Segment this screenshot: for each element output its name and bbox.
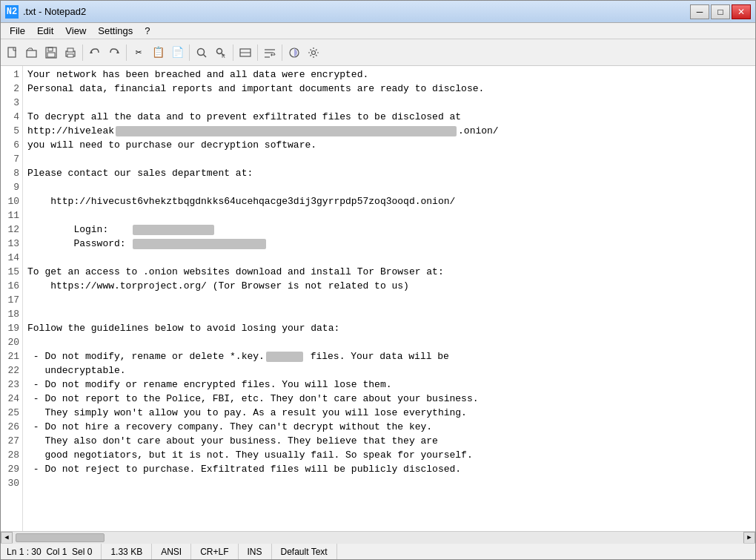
status-filesize: 1.33 KB [102, 544, 152, 559]
line-numbers: 1234567891011121314151617181920212223242… [1, 66, 23, 531]
scroll-left-button[interactable]: ◀ [1, 532, 13, 544]
line-19: Follow the guidelines below to avoid los… [27, 321, 751, 335]
settings-button[interactable] [305, 44, 322, 62]
editor-container: 1234567891011121314151617181920212223242… [1, 66, 755, 531]
minimize-button[interactable]: ─ [690, 4, 709, 19]
line-26: - Do not hire a recovery company. They c… [27, 420, 751, 434]
cut-button[interactable]: ✂ [130, 44, 147, 62]
svg-point-10 [198, 48, 205, 55]
menu-settings[interactable]: Settings [92, 24, 139, 38]
undo-button[interactable] [86, 44, 104, 62]
line-11 [27, 208, 751, 223]
status-lineending: CR+LF [191, 544, 238, 559]
scroll-right-button[interactable]: ▶ [743, 532, 755, 544]
line-10: http://hivecust6vhekztbqgdnkks64ucehqacg… [27, 194, 751, 208]
scroll-track[interactable] [13, 532, 743, 544]
line-number-27: 27 [4, 434, 19, 448]
line-number-22: 22 [4, 363, 19, 378]
line-number-1: 1 [4, 67, 19, 82]
svg-rect-1 [27, 50, 36, 57]
line-13: Password: [27, 237, 751, 251]
line-27: They also don't care about your business… [27, 434, 751, 448]
menu-view[interactable]: View [59, 24, 92, 38]
redacted-url [116, 126, 457, 136]
menu-help[interactable]: ? [139, 24, 156, 38]
status-encoding: ANSI [152, 544, 191, 559]
line-number-3: 3 [4, 96, 19, 110]
line-number-29: 29 [4, 462, 19, 476]
line-number-8: 8 [4, 166, 19, 180]
new-button[interactable] [4, 44, 21, 62]
line-5: http://hiveleak .onion/ [27, 124, 751, 138]
line-number-24: 24 [4, 392, 19, 406]
line-23: - Do not modify or rename encrypted file… [27, 378, 751, 392]
svg-rect-0 [8, 47, 16, 57]
line-number-17: 17 [4, 293, 19, 307]
line-1: Your network has been breached and all d… [27, 67, 751, 82]
open-button[interactable] [23, 44, 41, 62]
line-28: good negotiators, but it is not. They us… [27, 448, 751, 462]
status-scheme: Default Text [272, 544, 337, 559]
line-number-2: 2 [4, 82, 19, 96]
line-8: Please contact our sales department at: [27, 166, 751, 180]
line-number-26: 26 [4, 420, 19, 434]
main-window: N2 .txt - Notepad2 ─ □ ✕ File Edit View … [0, 0, 756, 560]
redacted-password [133, 239, 266, 249]
svg-rect-4 [47, 53, 55, 57]
line-number-7: 7 [4, 152, 19, 166]
paste-button[interactable]: 📄 [168, 44, 186, 62]
svg-marker-9 [116, 50, 119, 53]
copy-button[interactable]: 📋 [149, 44, 167, 62]
line-number-9: 9 [4, 180, 19, 194]
line-3 [27, 96, 751, 110]
line-number-6: 6 [4, 138, 19, 152]
line-number-5: 5 [4, 124, 19, 138]
line-2: Personal data, financial reports and imp… [27, 82, 751, 96]
svg-rect-6 [67, 48, 73, 52]
replace-button[interactable]: R [212, 44, 230, 62]
sep-2 [126, 45, 127, 61]
svg-line-11 [204, 54, 207, 57]
close-button[interactable]: ✕ [732, 4, 751, 19]
scheme-button[interactable] [285, 44, 303, 62]
horizontal-scrollbar[interactable]: ◀ ▶ [1, 531, 755, 543]
redo-button[interactable] [105, 44, 123, 62]
maximize-button[interactable]: □ [711, 4, 730, 19]
line-number-10: 10 [4, 194, 19, 208]
title-bar-left: N2 .txt - Notepad2 [5, 5, 86, 19]
line-number-20: 20 [4, 335, 19, 349]
line-30 [27, 476, 751, 490]
window-title: .txt - Notepad2 [23, 6, 86, 17]
goto-button[interactable] [236, 44, 254, 62]
sep-1 [82, 45, 83, 61]
editor-content[interactable]: Your network has been breached and all d… [23, 66, 755, 531]
line-9 [27, 180, 751, 194]
title-bar: N2 .txt - Notepad2 ─ □ ✕ [1, 1, 755, 23]
menu-file[interactable]: File [4, 24, 31, 38]
line-29: - Do not reject to purchase. Exfiltrated… [27, 462, 751, 476]
scroll-thumb[interactable] [16, 533, 105, 542]
line-number-21: 21 [4, 349, 19, 363]
wrap-button[interactable] [261, 44, 279, 62]
svg-rect-7 [67, 54, 73, 57]
line-number-28: 28 [4, 448, 19, 462]
print-button[interactable] [62, 44, 79, 62]
svg-marker-19 [271, 53, 272, 56]
svg-point-22 [312, 50, 316, 54]
toolbar: ✂ 📋 📄 R [1, 39, 755, 66]
svg-text:R: R [222, 53, 225, 59]
line-number-16: 16 [4, 279, 19, 293]
line-number-25: 25 [4, 406, 19, 420]
line-7 [27, 152, 751, 166]
line-15: To get an access to .onion websites down… [27, 265, 751, 279]
line-number-12: 12 [4, 223, 19, 237]
redacted-login [133, 225, 214, 235]
find-button[interactable] [193, 44, 210, 62]
menu-edit[interactable]: Edit [31, 24, 59, 38]
line-number-11: 11 [4, 208, 19, 223]
line-25: They simply won't allow you to pay. As a… [27, 406, 751, 420]
line-20 [27, 335, 751, 349]
save-button[interactable] [42, 44, 60, 62]
line-6: you will need to purchase our decryption… [27, 138, 751, 152]
redacted-ext [266, 352, 303, 362]
